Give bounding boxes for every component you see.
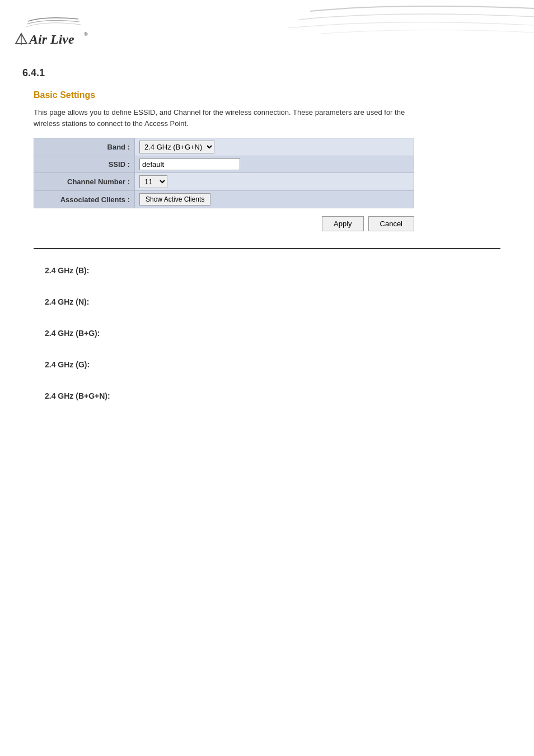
band-bg-label: 2.4 GHz (B+G): xyxy=(45,329,100,338)
band-bgn-label: 2.4 GHz (B+G+N): xyxy=(45,391,110,400)
band-descriptions: 2.4 GHz (B): 2.4 GHz (N): 2.4 GHz (B+G):… xyxy=(0,266,534,400)
settings-table: Band : 2.4 GHz (B) 2.4 GHz (N) 2.4 GHz (… xyxy=(34,138,414,208)
band-label: Band : xyxy=(34,138,135,156)
section-divider xyxy=(34,248,500,249)
svg-text:®: ® xyxy=(84,31,88,37)
apply-button[interactable]: Apply xyxy=(322,216,364,231)
logo-area: Air Live ® xyxy=(11,11,101,50)
airlive-logo-icon: Air Live ® xyxy=(11,11,101,50)
band-g-label: 2.4 GHz (G): xyxy=(45,360,90,369)
channel-label: Channel Number : xyxy=(34,173,135,191)
band-select[interactable]: 2.4 GHz (B) 2.4 GHz (N) 2.4 GHz (B+G) 2.… xyxy=(139,141,214,153)
band-n-label: 2.4 GHz (N): xyxy=(45,297,89,306)
band-row: Band : 2.4 GHz (B) 2.4 GHz (N) 2.4 GHz (… xyxy=(34,138,414,156)
associated-value-cell: Show Active Clients xyxy=(135,191,414,208)
ssid-row: SSID : xyxy=(34,156,414,173)
band-item-bg: 2.4 GHz (B+G): xyxy=(45,329,489,338)
ssid-input[interactable] xyxy=(139,158,240,170)
action-buttons: Apply Cancel xyxy=(34,216,414,231)
show-active-clients-button[interactable]: Show Active Clients xyxy=(139,193,210,206)
associated-label: Associated Clients : xyxy=(34,191,135,208)
band-value-cell: 2.4 GHz (B) 2.4 GHz (N) 2.4 GHz (B+G) 2.… xyxy=(135,138,414,156)
channel-row: Channel Number : 1 2 3 4 5 6 7 8 9 10 11… xyxy=(34,173,414,191)
svg-text:Air Live: Air Live xyxy=(28,32,74,46)
band-item-g: 2.4 GHz (G): xyxy=(45,360,489,369)
band-item-bgn: 2.4 GHz (B+G+N): xyxy=(45,391,489,400)
section-title: Basic Settings xyxy=(34,90,500,100)
band-item-b: 2.4 GHz (B): xyxy=(45,266,489,275)
cancel-button[interactable]: Cancel xyxy=(368,216,414,231)
section-description: This page allows you to define ESSID, an… xyxy=(34,107,425,129)
ssid-label: SSID : xyxy=(34,156,135,173)
header-swoosh xyxy=(254,0,534,56)
channel-select[interactable]: 1 2 3 4 5 6 7 8 9 10 11 12 13 xyxy=(139,175,167,188)
section-number: 6.4.1 xyxy=(22,67,534,79)
channel-value-cell: 1 2 3 4 5 6 7 8 9 10 11 12 13 xyxy=(135,173,414,191)
header: Air Live ® xyxy=(0,0,534,56)
ssid-value-cell xyxy=(135,156,414,173)
associated-row: Associated Clients : Show Active Clients xyxy=(34,191,414,208)
main-content: Basic Settings This page allows you to d… xyxy=(0,90,534,231)
band-item-n: 2.4 GHz (N): xyxy=(45,297,489,306)
band-b-label: 2.4 GHz (B): xyxy=(45,266,89,275)
